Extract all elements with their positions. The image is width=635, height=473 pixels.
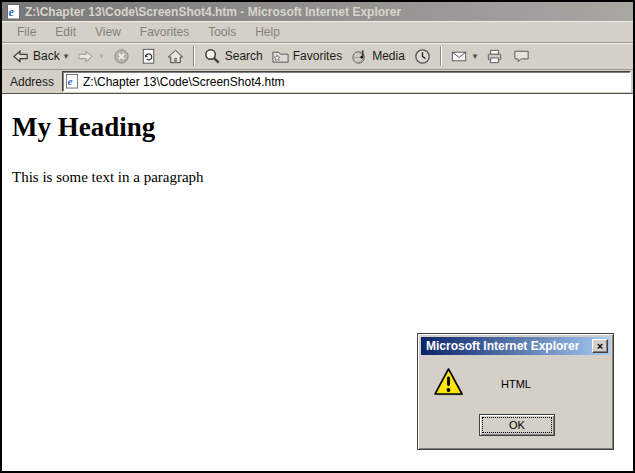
menu-help[interactable]: Help [246,23,290,41]
forward-dropdown-icon[interactable]: ▾ [99,51,104,61]
media-label: Media [372,49,405,63]
address-bar: Address e [2,70,633,94]
print-button[interactable] [481,46,508,67]
stop-button[interactable] [108,46,135,67]
refresh-button[interactable] [135,46,162,67]
stop-icon [112,47,131,66]
media-button[interactable]: Media [346,46,409,67]
alert-dialog: Microsoft Internet Explorer × HTML OK [417,333,614,450]
search-icon [203,47,222,66]
print-icon [485,47,504,66]
media-icon [350,47,369,66]
ie-page-icon: e [6,4,21,20]
svg-text:e: e [67,75,72,87]
history-button[interactable] [409,46,436,67]
alert-dialog-titlebar: Microsoft Internet Explorer × [421,337,610,355]
home-button[interactable] [162,46,189,67]
address-field[interactable]: e [62,71,631,92]
mail-dropdown-icon[interactable]: ▾ [473,51,478,61]
back-label: Back [33,49,60,63]
search-button[interactable]: Search [199,46,267,67]
search-label: Search [225,49,263,63]
alert-dialog-title: Microsoft Internet Explorer [426,339,592,353]
ok-button[interactable]: OK [479,414,555,436]
window-title: Z:\Chapter 13\Code\ScreenShot4.htm - Mic… [25,5,401,19]
browser-window: e Z:\Chapter 13\Code\ScreenShot4.htm - M… [0,0,635,473]
alert-message: HTML [501,378,531,390]
favorites-button[interactable]: Favorites [267,46,346,67]
toolbar-separator [193,46,195,66]
menu-tools[interactable]: Tools [199,23,246,41]
refresh-icon [139,47,158,66]
discuss-button[interactable] [508,46,535,67]
favorites-label: Favorites [293,49,342,63]
menu-view[interactable]: View [86,23,131,41]
standard-toolbar: Back ▾ ▾ [2,43,633,70]
svg-text:e: e [9,4,15,18]
address-ie-page-icon: e [65,74,79,89]
favorites-icon [271,47,290,66]
back-dropdown-icon[interactable]: ▾ [64,51,69,61]
warning-icon [432,366,465,405]
page-heading: My Heading [12,112,623,143]
menu-file[interactable]: File [8,23,46,41]
discuss-icon [512,47,531,66]
address-input[interactable] [83,74,629,89]
back-button[interactable]: Back ▾ [7,46,72,67]
window-titlebar: e Z:\Chapter 13\Code\ScreenShot4.htm - M… [2,2,633,21]
close-icon[interactable]: × [592,339,608,353]
page-paragraph: This is some text in a paragraph [12,169,623,186]
address-label: Address [7,75,57,89]
mail-button[interactable]: ▾ [446,46,482,67]
alert-dialog-body: HTML OK [421,355,610,446]
menu-favorites[interactable]: Favorites [131,23,199,41]
forward-icon [76,47,95,66]
forward-button[interactable]: ▾ [72,46,108,67]
home-icon [166,47,185,66]
toolbar-separator [440,46,442,66]
menu-edit[interactable]: Edit [46,23,86,41]
history-icon [413,47,432,66]
back-icon [11,47,30,66]
mail-icon [450,47,469,66]
menu-bar: File Edit View Favorites Tools Help [2,21,633,43]
